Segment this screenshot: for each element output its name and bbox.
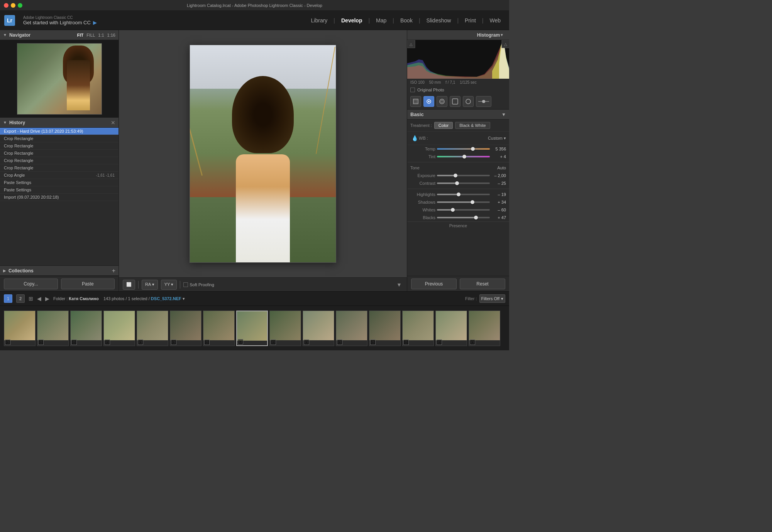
thumb-item[interactable]: ⬚ <box>70 311 102 346</box>
thumb-item[interactable]: ⬚ <box>170 311 201 346</box>
crop-overlay-tool[interactable] <box>410 96 421 107</box>
thumb-item[interactable]: ⬚ <box>4 311 36 346</box>
contrast-slider[interactable] <box>437 182 490 184</box>
collections-section: ▶ Collections + <box>0 265 119 276</box>
thumb-item[interactable]: ⬚ <box>369 311 401 346</box>
zoom-fit[interactable]: FIT <box>77 33 84 37</box>
thumb-item[interactable]: ⬚ <box>336 311 367 346</box>
tint-slider[interactable] <box>437 156 490 157</box>
history-item[interactable]: Crop Rectangle <box>0 135 119 142</box>
thumb-item[interactable]: ⬚ <box>402 311 434 346</box>
basic-header[interactable]: Basic ▼ <box>407 110 509 120</box>
collections-header[interactable]: ▶ Collections + <box>0 266 119 276</box>
thumb-item[interactable]: ⬚ <box>269 311 301 346</box>
eyedropper-tool[interactable]: 💧 <box>410 134 419 142</box>
detail-tool[interactable] <box>476 96 491 107</box>
highlights-slider[interactable] <box>437 194 490 195</box>
collections-add[interactable]: + <box>112 267 115 274</box>
navigator-header[interactable]: ▼ Navigator FIT FILL 1:1 1:16 <box>0 30 119 40</box>
nav-book[interactable]: Book <box>396 16 417 25</box>
tone-label: Tone <box>410 166 420 170</box>
nav-slideshow[interactable]: Slideshow <box>422 16 456 25</box>
close-button[interactable] <box>4 3 8 8</box>
soft-proofing-toggle[interactable]: Soft Proofing <box>183 282 214 287</box>
iso-value: ISO 100 <box>410 80 425 84</box>
nav-map[interactable]: Map <box>371 16 391 25</box>
filmstrip-prev[interactable]: ◀ <box>37 296 41 302</box>
auto-button[interactable]: Auto <box>497 166 506 170</box>
history-item[interactable]: Crop Rectangle <box>0 150 119 157</box>
history-item[interactable]: Crop Angle -1,61 -1,61 <box>0 172 119 179</box>
page-2[interactable]: 2 <box>16 294 25 303</box>
nav-web[interactable]: Web <box>485 16 505 25</box>
color-treatment[interactable]: Color <box>434 122 453 129</box>
bw-treatment[interactable]: Black & White <box>455 122 490 129</box>
history-item[interactable]: Paste Settings <box>0 179 119 186</box>
zoom-1-1[interactable]: 1:1 <box>98 33 104 37</box>
thumb-item[interactable]: ⬚ <box>435 311 467 346</box>
history-item[interactable]: Paste Settings <box>0 186 119 194</box>
page-1[interactable]: 1 <box>4 294 12 303</box>
history-item[interactable]: Export - Hard Drive (13.07.2020 21:53:49… <box>0 128 119 135</box>
dropdown-arrow[interactable]: ▾ <box>183 296 185 301</box>
grid-view-icon[interactable]: ⊞ <box>29 296 33 302</box>
filter-section: Filter : Filters Off ▾ <box>465 294 505 303</box>
nav-figure <box>67 60 90 110</box>
history-item[interactable]: Import (09.07.2020 20:02:18) <box>0 194 119 201</box>
nav-library[interactable]: Library <box>306 16 332 25</box>
filmstrip-next[interactable]: ▶ <box>45 296 49 302</box>
history-item[interactable]: Crop Rectangle <box>0 157 119 164</box>
highlights-label: Highlights <box>410 192 435 197</box>
wb-value: Custom <box>488 136 503 140</box>
maximize-button[interactable] <box>18 3 22 8</box>
split-toning-tool[interactable] <box>463 96 474 107</box>
wb-dropdown[interactable]: Custom ▾ <box>488 136 506 141</box>
svg-point-18 <box>441 100 443 103</box>
zoom-fill[interactable]: FILL <box>86 33 95 37</box>
yy-dropdown[interactable]: YY ▾ <box>161 280 177 290</box>
svg-point-17 <box>440 99 444 104</box>
nav-print[interactable]: Print <box>460 16 481 25</box>
thumb-item-active[interactable]: ⬚ <box>236 311 268 346</box>
history-item[interactable]: Crop Rectangle <box>0 164 119 172</box>
whites-slider-row: Whites – 60 <box>407 206 509 214</box>
basic-arrow: ▼ <box>501 112 506 117</box>
exposure-slider[interactable] <box>437 175 490 176</box>
minimize-button[interactable] <box>11 3 15 8</box>
nav-develop[interactable]: Develop <box>337 16 367 25</box>
ra-dropdown[interactable]: RA ▾ <box>142 280 158 290</box>
right-panel: Histogram ▼ △ △ <box>407 30 509 291</box>
hsl-tool[interactable] <box>450 96 460 107</box>
previous-button[interactable]: Previous <box>411 279 457 289</box>
original-photo-checkbox[interactable] <box>410 88 415 92</box>
blacks-slider[interactable] <box>437 217 490 218</box>
temp-slider[interactable] <box>437 148 490 150</box>
whites-slider[interactable] <box>437 209 490 211</box>
thumb-item[interactable]: ⬚ <box>37 311 69 346</box>
paste-button[interactable]: Paste <box>61 279 115 289</box>
crop-tool[interactable]: ⬜ <box>123 280 135 290</box>
navigator-thumbnail[interactable] <box>0 40 119 117</box>
tone-curve-tool[interactable] <box>437 96 447 107</box>
soft-proofing-checkbox[interactable] <box>183 282 188 287</box>
history-close[interactable]: ✕ <box>111 120 115 126</box>
thumb-item[interactable]: ⬚ <box>203 311 235 346</box>
histogram-header[interactable]: Histogram ▼ <box>407 30 509 40</box>
shadows-slider[interactable] <box>437 201 490 203</box>
toolbar-down-arrow[interactable]: ▼ <box>395 281 403 289</box>
app-name: Adobe Lightroom Classic CC <box>23 15 97 20</box>
thumb-item[interactable]: ⬚ <box>303 311 334 346</box>
history-header[interactable]: ▼ History ✕ <box>0 118 119 128</box>
history-item[interactable]: Crop Rectangle <box>0 142 119 150</box>
reset-button[interactable]: Reset <box>460 279 505 289</box>
navigator-section: ▼ Navigator FIT FILL 1:1 1:16 <box>0 30 119 118</box>
copy-button[interactable]: Copy... <box>4 279 58 289</box>
shutter-value: 1/125 sec <box>460 80 476 84</box>
filter-dropdown[interactable]: Filters Off ▾ <box>479 294 505 303</box>
zoom-1-16[interactable]: 1:16 <box>107 33 115 37</box>
thumb-item[interactable]: ⬚ <box>137 311 168 346</box>
thumb-item[interactable]: ⬚ <box>469 311 500 346</box>
thumb-item[interactable]: ⬚ <box>103 311 135 346</box>
basic-tool[interactable] <box>423 96 434 107</box>
soft-proofing-label: Soft Proofing <box>190 282 214 287</box>
